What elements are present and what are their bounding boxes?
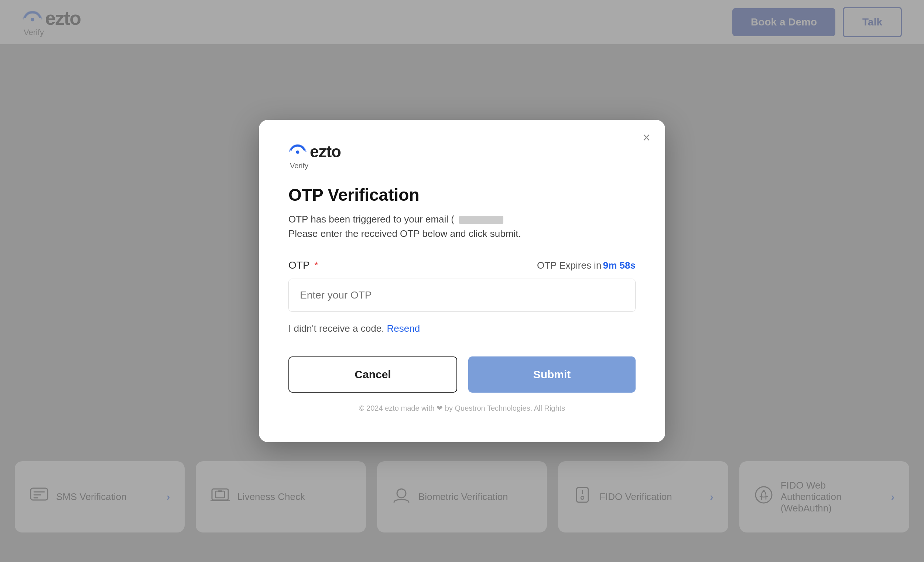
modal-desc-masked [459,216,503,224]
modal-desc-line1: OTP has been triggered to your email ( [288,214,454,225]
svg-point-15 [296,151,300,154]
modal-logo-icon [288,142,307,161]
modal-logo-row: ezto [288,142,341,161]
submit-button[interactable]: Submit [468,356,636,393]
otp-row: OTP * OTP Expires in 9m 58s [288,259,636,271]
resend-link[interactable]: Resend [387,323,420,334]
otp-input[interactable] [288,279,636,312]
modal-description: OTP has been triggered to your email ( P… [288,212,636,241]
resend-row: I didn't receive a code. Resend [288,323,636,334]
modal-title: OTP Verification [288,185,636,205]
modal-close-button[interactable]: × [643,131,650,144]
modal: × ezto Verify OTP Verification OTP ha [259,120,665,442]
modal-overlay: × ezto Verify OTP Verification OTP ha [0,0,924,562]
modal-footer: © 2024 ezto made with ❤ by Questron Tech… [288,404,636,413]
modal-logo: ezto Verify [288,142,636,170]
otp-required-marker: * [314,259,318,271]
otp-timer-group: OTP Expires in 9m 58s [537,260,636,271]
resend-text: I didn't receive a code. [288,323,384,334]
otp-label: OTP [288,259,310,271]
otp-expires-label: OTP Expires in [537,260,601,271]
otp-timer-value: 9m 58s [603,260,636,271]
cancel-button[interactable]: Cancel [288,356,457,393]
modal-desc-line2: Please enter the received OTP below and … [288,228,521,239]
modal-logo-subtitle: Verify [288,161,308,170]
modal-logo-text: ezto [310,142,341,161]
modal-buttons: Cancel Submit [288,356,636,393]
otp-label-group: OTP * [288,259,318,271]
